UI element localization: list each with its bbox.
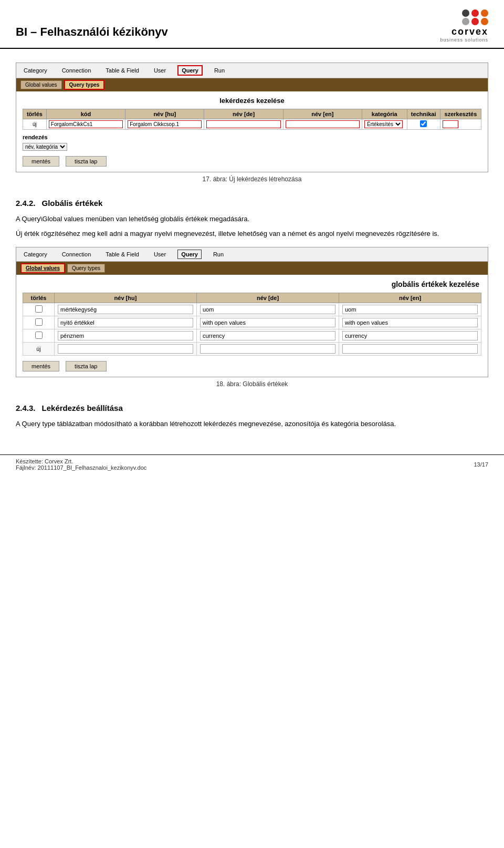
cell2-new-label: új	[23, 343, 55, 356]
input2-nev-hu-3[interactable]	[58, 331, 193, 340]
figure2-screenshot: Category Connection Table & Field User Q…	[16, 247, 488, 377]
nav-connection[interactable]: Connection	[59, 66, 94, 75]
input2-nev-hu-2[interactable]	[58, 318, 193, 327]
page-footer: Készítette: Corvex Zrt. Fájlnév: 2011110…	[0, 454, 504, 474]
checkbox-row3[interactable]	[35, 332, 43, 339]
cell-szerk	[440, 119, 481, 130]
figure1-navbar: Category Connection Table & Field User Q…	[16, 63, 488, 78]
cell-kategoria: Értékesítés	[362, 119, 407, 130]
nav2-table-field[interactable]: Table & Field	[102, 250, 142, 258]
section-242-header: 2.4.2. Globális értékek	[16, 190, 488, 211]
nav2-query[interactable]: Query	[177, 250, 202, 259]
input2-nev-de-3[interactable]	[200, 331, 335, 340]
cell-nev-en	[283, 119, 362, 130]
table-row	[23, 303, 481, 316]
nav2-run[interactable]: Run	[210, 250, 227, 258]
checkbox-row1[interactable]	[35, 305, 43, 313]
figure2-table: törlés név [hu] név [de] név [en]	[23, 293, 481, 356]
cell2-nev-hu-2	[55, 316, 197, 329]
col-technikai: technikai	[407, 109, 440, 119]
input2-nev-hu-new[interactable]	[58, 344, 193, 354]
cell2-check3	[23, 329, 55, 343]
dot4	[462, 18, 469, 25]
cell2-nev-hu-1	[55, 303, 197, 316]
col2-torles: törlés	[23, 293, 55, 303]
dot1	[462, 9, 469, 17]
clear-button[interactable]: tiszta lap	[66, 156, 106, 167]
figure2-caption: 18. ábra: Globális értékek	[16, 380, 488, 388]
input-nev-hu[interactable]	[128, 120, 202, 128]
save-button[interactable]: mentés	[23, 156, 59, 167]
sort-select[interactable]: név, kategória	[23, 143, 67, 151]
section-242-number: 2.4.2.	[16, 199, 36, 208]
cell-new-label: új	[23, 119, 47, 130]
logo-dots	[462, 9, 488, 17]
clear2-button[interactable]: tiszta lap	[66, 361, 106, 371]
input2-nev-hu-1[interactable]	[58, 305, 193, 314]
cell2-nev-en-new	[339, 343, 481, 356]
sort-label: rendezés	[23, 134, 48, 140]
dot6	[481, 18, 488, 25]
footer-filename: Fájlnév: 20111107_BI_Felhasznaloi_keziko…	[16, 464, 146, 471]
nav-table-field[interactable]: Table & Field	[102, 66, 142, 75]
input2-nev-de-1[interactable]	[200, 305, 335, 314]
nav2-connection[interactable]: Connection	[59, 250, 94, 258]
col2-nev-hu: név [hu]	[55, 293, 197, 303]
figure2-section-title: globális értékek kezelése	[23, 280, 481, 288]
figure2-navbar: Category Connection Table & Field User Q…	[16, 247, 488, 262]
figure1-caption: 17. ábra: Új lekérdezés létrehozása	[16, 175, 488, 183]
page-body: Category Connection Table & Field User Q…	[0, 49, 504, 444]
col-kod: kód	[46, 109, 125, 119]
cell-nev-de	[204, 119, 283, 130]
checkbox-technikai[interactable]	[420, 120, 427, 127]
figure1-section-title: lekérdezés kezelése	[23, 97, 481, 105]
input2-nev-en-2[interactable]	[342, 318, 478, 327]
cell2-nev-hu-new	[55, 343, 197, 356]
cell2-nev-de-1	[197, 303, 339, 316]
col-nev-hu: név [hu]	[125, 109, 204, 119]
section-242-para2: Új érték rögzítéséhez meg kell adni a ma…	[16, 229, 488, 239]
nav2-category[interactable]: Category	[20, 250, 50, 258]
toolbar2-global-values[interactable]: Global values	[20, 263, 65, 273]
input2-nev-de-2[interactable]	[200, 318, 335, 327]
toolbar2-query-types[interactable]: Query types	[67, 264, 105, 273]
input2-nev-de-new[interactable]	[200, 344, 335, 354]
col-szerkesztes: szerkesztés	[440, 109, 481, 119]
nav-run[interactable]: Run	[211, 66, 228, 75]
col-nev-en: név [en]	[283, 109, 362, 119]
save2-button[interactable]: mentés	[23, 361, 59, 371]
input-kod[interactable]	[49, 120, 123, 128]
nav-query[interactable]: Query	[177, 65, 203, 76]
figure1-content: lekérdezés kezelése törlés kód név [hu] …	[16, 91, 488, 172]
input2-nev-en-1[interactable]	[342, 305, 478, 314]
figure1-table: törlés kód név [hu] név [de] név [en] ka…	[23, 109, 481, 130]
nav2-user[interactable]: User	[151, 250, 169, 258]
corvex-brand: corvex	[452, 26, 488, 37]
checkbox-row2[interactable]	[35, 318, 43, 326]
logo-dots2	[462, 18, 488, 25]
toolbar-query-types[interactable]: Query types	[64, 80, 105, 90]
select-kategoria[interactable]: Értékesítés	[364, 120, 403, 128]
table-row	[23, 329, 481, 343]
input-nev-de[interactable]	[206, 120, 280, 128]
input2-nev-en-3[interactable]	[342, 331, 478, 340]
nav-user[interactable]: User	[151, 66, 169, 75]
sort-section: rendezés	[23, 134, 481, 140]
section-243-header: 2.4.3. Lekérdezés beállítása	[16, 395, 488, 416]
dot5	[471, 18, 479, 25]
col2-nev-de: név [de]	[197, 293, 339, 303]
input-nev-en[interactable]	[286, 120, 360, 128]
figure1-screenshot: Category Connection Table & Field User Q…	[16, 63, 488, 172]
cell2-check1	[23, 303, 55, 316]
footer-prepared-by: Készítette: Corvex Zrt.	[16, 458, 146, 464]
col-kategoria: kategória	[362, 109, 407, 119]
nav-category[interactable]: Category	[20, 66, 50, 75]
input2-nev-en-new[interactable]	[342, 344, 478, 354]
section-242-title: Globális értékek	[42, 199, 103, 208]
table-row: új	[23, 119, 481, 130]
figure2-content: globális értékek kezelése törlés név [hu…	[16, 275, 488, 377]
input-szerk[interactable]	[443, 120, 458, 128]
toolbar-global-values[interactable]: Global values	[20, 80, 62, 89]
corvex-logo: corvex business solutions	[440, 9, 488, 43]
footer-page-number: 13/17	[474, 461, 488, 468]
